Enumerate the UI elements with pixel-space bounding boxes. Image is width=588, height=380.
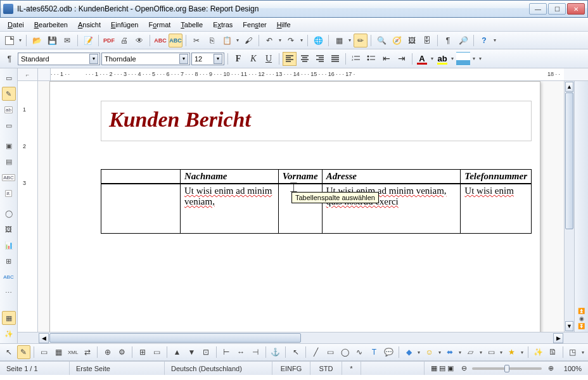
prev-page-icon[interactable]: ⏫ — [578, 308, 585, 314]
page-area[interactable]: Kunden Bericht Nachname Vorname Adresse … — [38, 81, 564, 332]
basic-shapes-dropdown[interactable]: ▾ — [417, 350, 422, 355]
bold-button[interactable]: F — [231, 52, 245, 66]
status-selection[interactable]: STD — [310, 362, 342, 375]
flowchart-icon[interactable]: ▱ — [464, 345, 477, 359]
callout-icon[interactable]: 💬 — [382, 345, 395, 359]
align-right-button[interactable] — [313, 52, 327, 66]
edit-mode-icon[interactable]: ✎ — [17, 345, 30, 359]
navigator-icon[interactable]: 🧭 — [390, 34, 404, 48]
number-field-icon[interactable]: #. — [2, 186, 16, 200]
drawing-toolbar-options[interactable]: ▾ — [580, 350, 585, 355]
zoom-out-button[interactable]: ⊖ — [460, 362, 468, 375]
arrow-shapes-dropdown[interactable]: ▾ — [458, 350, 463, 355]
undo-dropdown[interactable]: ▾ — [278, 37, 283, 43]
increase-indent-button[interactable]: ⇥ — [395, 52, 409, 66]
table-cell-lead[interactable] — [101, 184, 181, 233]
table-header-nachname[interactable]: Nachname — [181, 170, 279, 184]
callout-shapes-dropdown[interactable]: ▾ — [499, 350, 504, 355]
scroll-down-button[interactable]: ▼ — [565, 321, 573, 331]
freeform-icon[interactable]: ∿ — [353, 345, 366, 359]
align-left-obj-icon[interactable]: ⊢ — [220, 345, 233, 359]
wizard-icon[interactable]: ✨ — [2, 327, 16, 341]
scroll-up-button[interactable]: ▲ — [565, 82, 573, 92]
redo-dropdown[interactable]: ▾ — [299, 37, 304, 43]
menu-datei[interactable]: Datei — [3, 20, 29, 30]
menu-fenster[interactable]: Fenster — [238, 20, 271, 30]
align-right-obj-icon[interactable]: ⊣ — [249, 345, 262, 359]
tab-order-icon[interactable]: ⇄ — [81, 345, 94, 359]
italic-button[interactable]: K — [246, 52, 260, 66]
select-tool-icon[interactable]: ▭ — [2, 71, 16, 85]
font-size-combo[interactable]: 12▾ — [191, 53, 224, 65]
table-header-row[interactable]: Nachname Vorname Adresse Telefonnummer — [101, 170, 532, 184]
bg-color-button[interactable] — [456, 52, 470, 66]
align-center-button[interactable] — [298, 52, 312, 66]
image-tool-icon[interactable]: 🖼 — [2, 222, 16, 236]
bring-front-icon[interactable]: ▲ — [170, 345, 184, 359]
align-center-obj-icon[interactable]: ↔ — [234, 345, 248, 359]
menu-format[interactable]: Format — [143, 20, 176, 30]
rect-icon[interactable]: ▭ — [324, 345, 337, 359]
find-icon[interactable]: 🔍 — [374, 34, 388, 48]
maximize-button[interactable]: ☐ — [548, 3, 566, 15]
format-paintbrush-icon[interactable]: 🖌 — [241, 34, 255, 48]
scroll-left-button[interactable]: ◀ — [39, 333, 49, 343]
label-field-icon[interactable]: ABC — [2, 170, 16, 184]
symbol-shapes-dropdown[interactable]: ▾ — [437, 350, 442, 355]
status-view-icons[interactable]: ▦ ▤ ▣ — [425, 362, 460, 375]
menu-ansicht[interactable]: Ansicht — [73, 20, 106, 30]
minimize-button[interactable]: — — [529, 3, 547, 15]
paste-icon[interactable]: 📋 — [220, 34, 234, 48]
redo-icon[interactable]: ↷ — [284, 34, 298, 48]
undo-icon[interactable]: ↶ — [262, 34, 276, 48]
pointer-icon[interactable]: ↖ — [3, 345, 16, 359]
table-dropdown[interactable]: ▾ — [347, 37, 352, 43]
menu-extras[interactable]: Extras — [208, 20, 238, 30]
gallery-icon[interactable]: 🖼 — [405, 34, 419, 48]
menu-tabelle[interactable]: Tabelle — [176, 20, 208, 30]
chart-tool-icon[interactable]: 📊 — [2, 238, 16, 252]
status-template[interactable]: Erste Seite — [70, 362, 165, 375]
table-cell-nachname[interactable]: Ut wisi enim ad minim veniam, — [181, 184, 279, 233]
edit-tool-icon[interactable]: ✎ — [2, 87, 16, 101]
new-doc-icon[interactable] — [3, 34, 16, 48]
highlight-button[interactable]: ab — [436, 53, 449, 65]
align-justify-button[interactable] — [328, 52, 342, 66]
print-icon[interactable]: 🖨 — [117, 34, 131, 48]
flowchart-dropdown[interactable]: ▾ — [478, 350, 483, 355]
anchor-icon[interactable]: ⚓ — [269, 345, 282, 359]
open-icon[interactable]: 📂 — [30, 34, 44, 48]
star-shapes-icon[interactable]: ★ — [505, 345, 518, 359]
table-header-empty[interactable] — [101, 170, 181, 184]
toolbar-options-dropdown[interactable]: ▾ — [492, 37, 497, 43]
spellcheck-icon[interactable]: ABC — [153, 34, 167, 48]
ruler-corner[interactable]: ⌐ — [18, 68, 38, 81]
menu-einfuegen[interactable]: Einfügen — [106, 20, 143, 30]
styles-window-icon[interactable]: ¶ — [3, 52, 16, 66]
auto-control-icon[interactable]: ⚙ — [115, 345, 129, 359]
decrease-indent-button[interactable]: ⇤ — [380, 52, 393, 66]
fontwork-icon[interactable]: ✨ — [532, 345, 545, 359]
copy-icon[interactable]: ⎘ — [205, 34, 219, 48]
table-header-adresse[interactable]: Adresse — [322, 170, 461, 184]
line-icon[interactable]: ╱ — [309, 345, 323, 359]
basic-shapes-icon[interactable]: ◆ — [402, 345, 416, 359]
label-tool-icon[interactable]: ab — [2, 103, 16, 117]
menu-bearbeiten[interactable]: Bearbeiten — [29, 20, 73, 30]
report-title[interactable]: Kunden Bericht — [101, 101, 532, 141]
edit-doc-icon[interactable]: 📝 — [81, 34, 95, 48]
status-language[interactable]: Deutsch (Deutschland) — [165, 362, 272, 375]
vscroll-thumb[interactable] — [565, 92, 573, 229]
vertical-ruler[interactable]: 1 2 3 — [18, 81, 38, 332]
table-icon[interactable]: ▦ — [332, 34, 346, 48]
zoom-slider-knob[interactable] — [504, 365, 509, 372]
design-mode-icon[interactable]: ▦ — [2, 311, 16, 325]
xml-form-icon[interactable]: XML — [67, 345, 80, 359]
horizontal-ruler[interactable]: · · · 1 · · · · · 1 · · · 2 · · · 3 · · … — [51, 68, 564, 80]
add-field-icon[interactable]: ⊕ — [101, 345, 114, 359]
nonprinting-icon[interactable]: ¶ — [441, 34, 455, 48]
status-modified[interactable]: * — [342, 362, 361, 375]
save-icon[interactable]: 💾 — [45, 34, 59, 48]
form-nav-icon[interactable]: ▦ — [52, 345, 65, 359]
font-color-button[interactable]: A — [416, 53, 428, 65]
